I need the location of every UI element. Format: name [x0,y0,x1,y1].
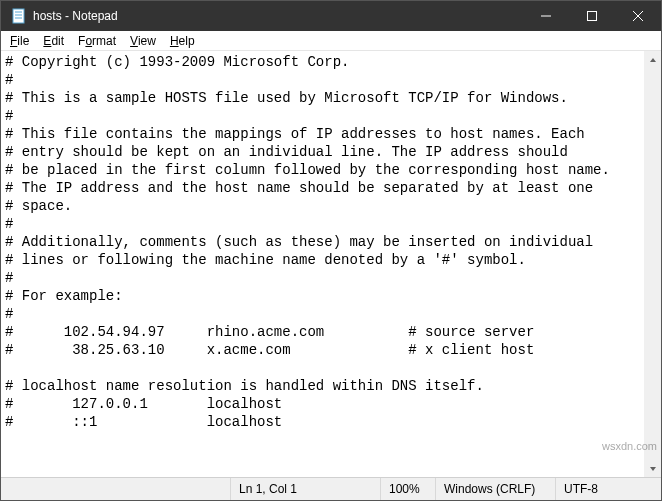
window-controls [523,1,661,31]
status-spacer [1,478,230,500]
editor-area: # Copyright (c) 1993-2009 Microsoft Corp… [1,51,661,477]
vertical-scrollbar[interactable] [644,51,661,477]
scroll-up-icon[interactable] [644,51,661,68]
scroll-down-icon[interactable] [644,460,661,477]
close-button[interactable] [615,1,661,31]
menu-format[interactable]: Format [71,32,123,50]
menu-help[interactable]: Help [163,32,202,50]
minimize-button[interactable] [523,1,569,31]
window-title: hosts - Notepad [33,9,523,23]
menu-view[interactable]: View [123,32,163,50]
menu-edit[interactable]: Edit [36,32,71,50]
scroll-track[interactable] [644,68,661,460]
svg-marker-9 [650,467,656,471]
maximize-button[interactable] [569,1,615,31]
status-line-col: Ln 1, Col 1 [230,478,380,500]
status-encoding: UTF-8 [555,478,661,500]
statusbar: Ln 1, Col 1 100% Windows (CRLF) UTF-8 [1,477,661,500]
menubar: File Edit Format View Help [1,31,661,51]
notepad-icon [11,8,27,24]
text-editor[interactable]: # Copyright (c) 1993-2009 Microsoft Corp… [1,51,644,477]
svg-rect-5 [588,12,597,21]
svg-rect-0 [13,9,24,23]
svg-marker-8 [650,58,656,62]
menu-file[interactable]: File [3,32,36,50]
status-zoom: 100% [380,478,435,500]
status-line-ending: Windows (CRLF) [435,478,555,500]
titlebar: hosts - Notepad [1,1,661,31]
